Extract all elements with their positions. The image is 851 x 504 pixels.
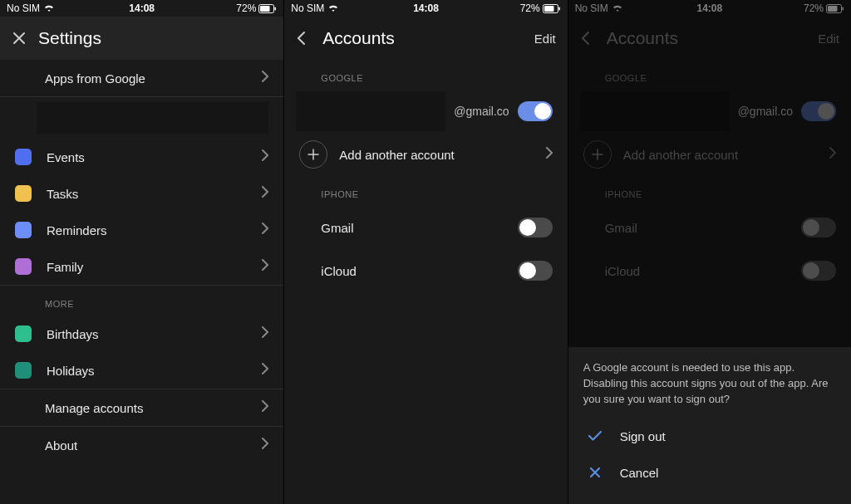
row-label: Birthdays <box>47 327 262 341</box>
svg-rect-5 <box>558 7 560 10</box>
color-pill-icon <box>15 149 32 165</box>
chevron-right-icon <box>262 71 268 86</box>
row-manage-accounts[interactable]: Manage accounts <box>0 389 283 426</box>
row-apps-from-google[interactable]: Apps from Google <box>0 60 283 96</box>
row-events[interactable]: Events <box>0 139 283 175</box>
status-bar: No SIM 14:08 72% <box>0 0 283 17</box>
screen-settings: No SIM 14:08 72% Settings Apps f <box>0 0 283 504</box>
status-bar: No SIM 14:08 72% <box>284 0 567 17</box>
row-holidays[interactable]: Holidays <box>0 352 283 389</box>
plus-icon <box>299 140 327 169</box>
row-family[interactable]: Family <box>0 248 283 285</box>
row-label: Gmail <box>299 221 517 235</box>
section-label-iphone: iPhone <box>284 176 567 206</box>
row-tasks[interactable]: Tasks <box>0 175 283 212</box>
redacted-account-name <box>296 91 445 131</box>
row-birthdays[interactable]: Birthdays <box>0 316 283 352</box>
redacted-account-name <box>37 102 268 134</box>
row-reminders[interactable]: Reminders <box>0 212 283 248</box>
carrier-text: No SIM <box>7 2 40 14</box>
wifi-icon <box>327 4 339 12</box>
svg-rect-2 <box>275 7 277 10</box>
sheet-message: A Google account is needed to use this a… <box>583 360 836 408</box>
row-label: iCloud <box>299 264 517 278</box>
row-label: Reminders <box>47 223 262 237</box>
battery-icon <box>543 4 561 13</box>
row-label: Holidays <box>47 364 262 378</box>
cancel-action[interactable]: Cancel <box>583 454 836 491</box>
svg-rect-1 <box>260 6 270 12</box>
chevron-right-icon <box>262 149 268 164</box>
section-label-google: Google <box>284 60 567 90</box>
color-pill-icon <box>15 222 32 238</box>
battery-icon <box>258 4 277 13</box>
row-label: About <box>45 438 262 453</box>
chevron-right-icon <box>262 363 268 378</box>
close-icon[interactable] <box>12 31 38 46</box>
chevron-right-icon <box>262 223 268 237</box>
color-pill-icon <box>15 325 32 342</box>
account-toggle[interactable] <box>518 261 553 281</box>
chevron-right-icon <box>546 147 553 162</box>
edit-button[interactable]: Edit <box>534 32 556 46</box>
page-title: Settings <box>38 28 272 48</box>
row-label: Add another account <box>339 148 545 162</box>
row-label: Family <box>47 260 262 274</box>
chevron-right-icon <box>262 326 268 341</box>
row-label: Tasks <box>47 187 262 201</box>
screen-accounts-confirm: No SIM 14:08 72% Accounts Edit Google @g… <box>568 0 851 504</box>
signout-confirm-sheet: A Google account is needed to use this a… <box>568 347 851 504</box>
section-label-more: More <box>0 286 283 316</box>
wifi-icon <box>43 4 55 12</box>
chevron-right-icon <box>262 400 268 415</box>
settings-header: Settings <box>0 17 283 60</box>
color-pill-icon <box>15 185 32 202</box>
check-icon <box>583 430 607 442</box>
row-about[interactable]: About <box>0 427 283 463</box>
chevron-right-icon <box>262 186 268 201</box>
sheet-action-label: Sign out <box>620 429 666 443</box>
color-pill-icon <box>15 362 32 379</box>
row-label: Manage accounts <box>45 401 262 415</box>
row-label: Events <box>47 150 262 164</box>
carrier-text: No SIM <box>291 2 324 14</box>
row-label: Apps from Google <box>45 71 262 86</box>
account-toggle[interactable] <box>518 218 553 237</box>
clock-text: 14:08 <box>413 2 439 14</box>
page-title: Accounts <box>322 28 534 48</box>
back-icon[interactable] <box>296 31 322 46</box>
account-toggle[interactable] <box>518 101 553 121</box>
sheet-action-label: Cancel <box>620 466 659 480</box>
iphone-gmail-row[interactable]: Gmail <box>284 206 567 249</box>
chevron-right-icon <box>262 259 268 274</box>
google-account-row[interactable]: @gmail.co <box>284 90 567 133</box>
battery-text: 72% <box>236 2 256 14</box>
signout-action[interactable]: Sign out <box>583 418 836 454</box>
accounts-header: Accounts Edit <box>284 17 567 60</box>
color-pill-icon <box>15 258 32 275</box>
add-account-row[interactable]: Add another account <box>284 133 567 176</box>
svg-rect-4 <box>544 6 554 12</box>
battery-text: 72% <box>520 2 540 14</box>
screen-accounts: No SIM 14:08 72% Accounts Edit Google @g… <box>283 0 567 504</box>
chevron-right-icon <box>262 438 268 453</box>
divider <box>0 96 283 97</box>
clock-text: 14:08 <box>129 2 155 14</box>
iphone-icloud-row[interactable]: iCloud <box>284 249 567 292</box>
close-icon <box>583 467 607 478</box>
